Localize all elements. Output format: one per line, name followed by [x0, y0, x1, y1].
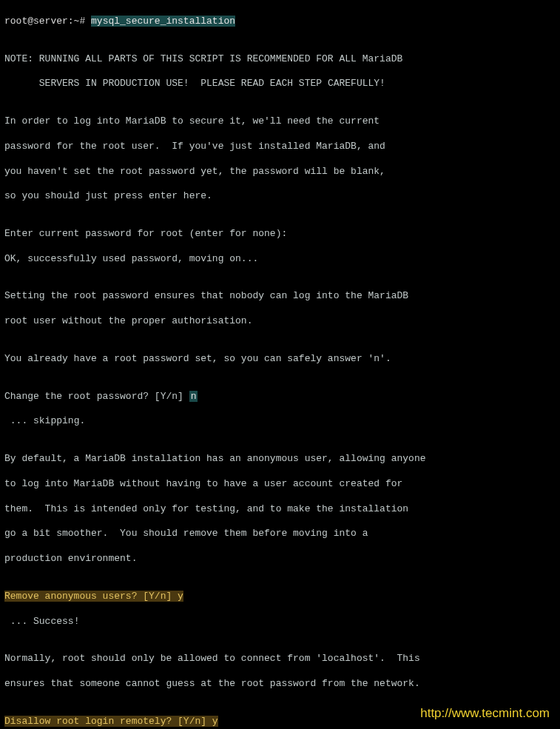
terminal-output[interactable]: root@server:~# mysql_secure_installation… [0, 0, 560, 729]
normally-line-2: ensures that someone cannot guess at the… [4, 678, 556, 691]
setting-line-2: root user without the proper authorisati… [4, 315, 556, 328]
intro-line-1: In order to log into MariaDB to secure i… [4, 115, 556, 128]
change-password-question: Change the root password? [Y/n] [4, 391, 189, 402]
disallow-root-question: Disallow root login remotely? [Y/n] y [4, 716, 218, 727]
note-line-2: SERVERS IN PRODUCTION USE! PLEASE READ E… [4, 78, 556, 90]
normally-line-1: Normally, root should only be allowed to… [4, 653, 556, 665]
remove-anon-question: Remove anonymous users? [Y/n] y [4, 591, 183, 602]
anon-line-4: go a bit smoother. You should remove the… [4, 528, 556, 540]
already-set-line: You already have a root password set, so… [4, 353, 556, 366]
anon-line-1: By default, a MariaDB installation has a… [4, 453, 556, 466]
anon-line-3: them. This is intended only for testing,… [4, 503, 556, 516]
skipping-line: ... skipping. [4, 415, 556, 428]
success-line: ... Success! [4, 616, 556, 628]
enter-password-prompt: Enter current password for root (enter f… [4, 228, 556, 241]
shell-prompt: root@server:~# [4, 16, 91, 27]
anon-line-5: production environment. [4, 553, 556, 565]
intro-line-3: you haven't set the root password yet, t… [4, 166, 556, 178]
anon-line-2: to log into MariaDB without having to ha… [4, 478, 556, 491]
intro-line-4: so you should just press enter here. [4, 190, 556, 203]
setting-line-1: Setting the root password ensures that n… [4, 290, 556, 303]
change-password-answer: n [189, 391, 198, 402]
watermark-link: http://www.tecmint.com [420, 705, 550, 722]
note-line-1: NOTE: RUNNING ALL PARTS OF THIS SCRIPT I… [4, 53, 556, 66]
command-text: mysql_secure_installation [91, 16, 235, 27]
ok-message: OK, successfully used password, moving o… [4, 253, 556, 266]
intro-line-2: password for the root user. If you've ju… [4, 141, 556, 153]
